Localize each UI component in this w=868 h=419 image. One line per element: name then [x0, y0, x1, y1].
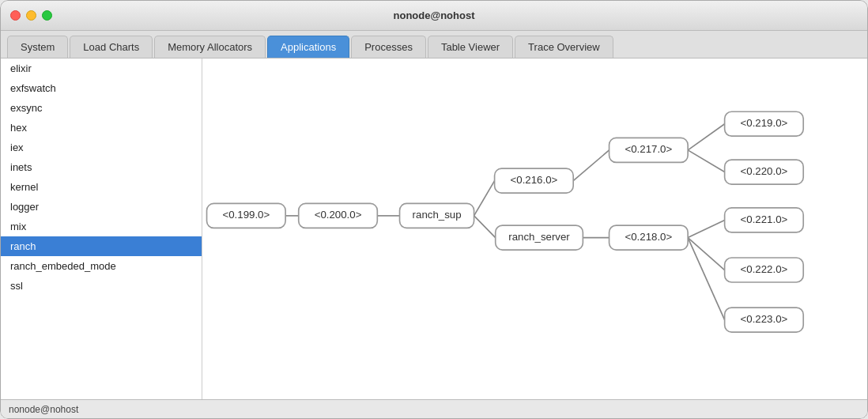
sidebar-item-exfswatch[interactable]: exfswatch	[1, 78, 202, 98]
node-label-ranch_sup: ranch_sup	[413, 209, 462, 221]
main-area: <0.199.0><0.200.0>ranch_sup<0.216.0>ranc…	[202, 59, 867, 399]
tabbar: SystemLoad ChartsMemory AllocatorsApplic…	[1, 31, 867, 59]
traffic-lights	[10, 10, 52, 21]
node-n217[interactable]: <0.217.0>	[609, 138, 689, 162]
node-ranch_server[interactable]: ranch_server	[496, 225, 583, 250]
window-title: nonode@nohost	[394, 9, 475, 21]
close-button[interactable]	[10, 10, 21, 21]
content-area: elixirexfswatchexsynchexiexinetskernello…	[1, 59, 867, 399]
application-graph: <0.199.0><0.200.0>ranch_sup<0.216.0>ranc…	[202, 59, 867, 399]
sidebar: elixirexfswatchexsynchexiexinetskernello…	[1, 59, 202, 399]
edge-n217-n219	[688, 124, 724, 150]
node-label-n219: <0.219.0>	[741, 117, 788, 129]
sidebar-item-hex[interactable]: hex	[1, 118, 202, 138]
node-label-n217: <0.217.0>	[625, 143, 672, 155]
tab-system[interactable]: System	[7, 36, 68, 58]
node-label-n222: <0.222.0>	[741, 263, 788, 275]
node-label-n199: <0.199.0>	[222, 209, 270, 221]
edge-n218-n223	[688, 238, 724, 320]
node-n218[interactable]: <0.218.0>	[609, 225, 689, 250]
sidebar-item-iex[interactable]: iex	[1, 138, 202, 157]
node-n221[interactable]: <0.221.0>	[725, 208, 804, 232]
node-label-n216: <0.216.0>	[511, 174, 558, 186]
node-label-n221: <0.221.0>	[741, 213, 788, 225]
sidebar-item-mix[interactable]: mix	[1, 217, 202, 236]
maximize-button[interactable]	[42, 10, 52, 21]
minimize-button[interactable]	[26, 10, 36, 21]
edge-n216-n217	[573, 150, 609, 181]
tab-applications[interactable]: Applications	[267, 36, 349, 58]
tab-table-viewer[interactable]: Table Viewer	[428, 36, 513, 58]
sidebar-item-elixir[interactable]: elixir	[1, 59, 202, 78]
tab-load-charts[interactable]: Load Charts	[70, 36, 153, 58]
node-n216[interactable]: <0.216.0>	[495, 168, 574, 193]
sidebar-item-ranch_embeded_mode[interactable]: ranch_embeded_mode	[1, 256, 202, 276]
node-n200[interactable]: <0.200.0>	[299, 203, 378, 228]
node-ranch_sup[interactable]: ranch_sup	[400, 203, 474, 228]
edge-n218-n222	[688, 238, 724, 270]
statusbar-text: nonode@nohost	[9, 404, 78, 415]
sidebar-item-ssl[interactable]: ssl	[1, 276, 202, 296]
tab-memory-allocators[interactable]: Memory Allocators	[154, 36, 266, 58]
app-window: nonode@nohost SystemLoad ChartsMemory Al…	[0, 0, 868, 419]
statusbar: nonode@nohost	[1, 399, 867, 418]
tab-processes[interactable]: Processes	[351, 36, 426, 58]
edge-ranch_sup-ranch_server	[474, 216, 496, 238]
node-n222[interactable]: <0.222.0>	[725, 258, 804, 282]
sidebar-item-logger[interactable]: logger	[1, 197, 202, 217]
node-n220[interactable]: <0.220.0>	[725, 160, 804, 184]
node-n199[interactable]: <0.199.0>	[207, 203, 286, 228]
tab-trace-overview[interactable]: Trace Overview	[515, 36, 613, 58]
edge-n217-n220	[688, 150, 724, 172]
node-label-ranch_server: ranch_server	[508, 231, 570, 243]
node-n223[interactable]: <0.223.0>	[725, 308, 804, 332]
sidebar-item-exsync[interactable]: exsync	[1, 98, 202, 118]
node-label-n223: <0.223.0>	[741, 313, 788, 325]
edge-ranch_sup-n216	[474, 181, 495, 216]
edge-n218-n221	[688, 220, 724, 237]
sidebar-item-kernel[interactable]: kernel	[1, 177, 202, 197]
node-n219[interactable]: <0.219.0>	[725, 111, 804, 136]
sidebar-item-ranch[interactable]: ranch	[1, 236, 202, 256]
node-label-n220: <0.220.0>	[741, 165, 788, 177]
sidebar-item-inets[interactable]: inets	[1, 157, 202, 177]
titlebar: nonode@nohost	[1, 1, 867, 31]
node-label-n200: <0.200.0>	[315, 209, 362, 221]
node-label-n218: <0.218.0>	[625, 231, 672, 243]
